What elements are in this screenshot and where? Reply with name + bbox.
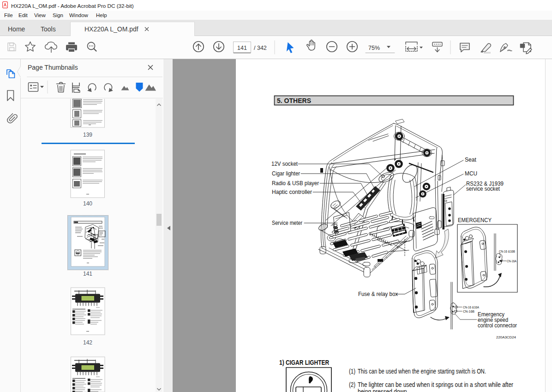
svg-text:141: 141	[237, 45, 247, 51]
svg-text:Cigar lighter: Cigar lighter	[272, 170, 300, 177]
svg-text:(1): (1)	[349, 368, 355, 375]
svg-text:The lighter can be used when i: The lighter can be used when it springs …	[358, 381, 513, 388]
svg-text:1) CIGAR LIGHTER: 1) CIGAR LIGHTER	[279, 359, 329, 366]
svg-text:This can be used when the engi: This can be used when the engine startin…	[358, 368, 486, 375]
svg-text:CN-16A: CN-16A	[507, 259, 517, 263]
svg-text:Seat: Seat	[465, 157, 477, 163]
svg-text:MCU: MCU	[465, 170, 477, 177]
svg-text:220A3CD24: 220A3CD24	[496, 336, 516, 339]
svg-text:/ 342: / 342	[254, 45, 267, 51]
svg-text:12V socket: 12V socket	[271, 161, 298, 167]
svg-text:being pressed down.: being pressed down.	[358, 388, 408, 392]
svg-text:Haptic controller: Haptic controller	[272, 189, 312, 195]
svg-text:service socket: service socket	[466, 186, 500, 192]
svg-text:75%: 75%	[368, 45, 380, 51]
svg-text:Fuse & relay box: Fuse & relay box	[358, 291, 398, 297]
svg-text:CN-16 &16B: CN-16 &16B	[499, 250, 515, 253]
svg-text:Radio & USB player: Radio & USB player	[272, 180, 319, 187]
svg-text:5. OTHERS: 5. OTHERS	[277, 97, 311, 104]
svg-text:control connector: control connector	[478, 322, 517, 329]
svg-text:EMERGENCY: EMERGENCY	[458, 217, 492, 223]
svg-text:CN-16 &16A: CN-16 &16A	[463, 306, 480, 309]
svg-text:(2): (2)	[349, 381, 355, 388]
svg-text:CN-16B: CN-16B	[463, 310, 474, 313]
svg-text:Service meter: Service meter	[272, 220, 302, 226]
